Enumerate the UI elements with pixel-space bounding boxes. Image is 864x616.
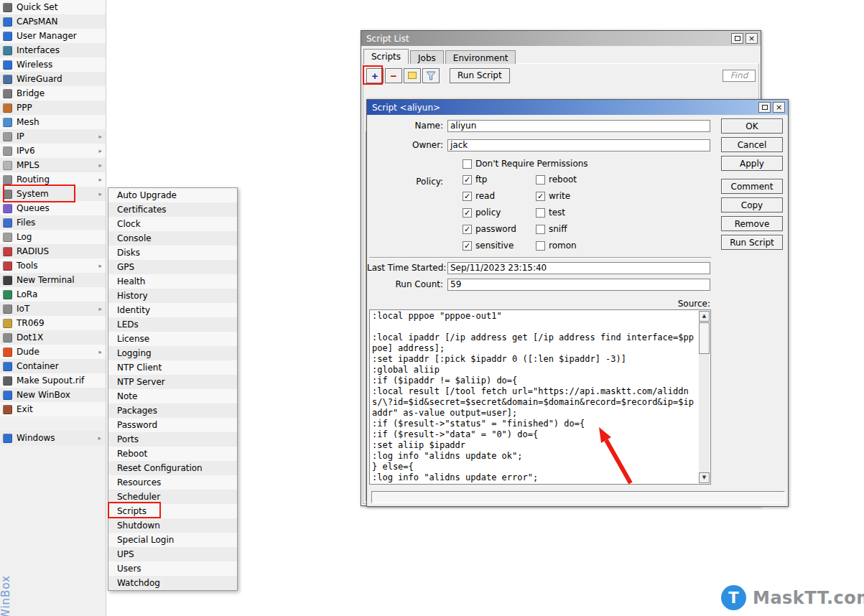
system-menu-item-leds[interactable]: LEDs xyxy=(108,317,237,332)
policy-checkbox-password[interactable]: ✓ password xyxy=(463,225,536,234)
remove-button[interactable]: Remove xyxy=(721,216,783,231)
sidebar-item-system[interactable]: System ▸ xyxy=(0,187,106,201)
sidebar-item-user-manager[interactable]: User Manager xyxy=(0,29,106,43)
system-menu-item-reset-configuration[interactable]: Reset Configuration xyxy=(108,461,237,475)
system-menu-item-ntp-server[interactable]: NTP Server xyxy=(108,375,237,389)
sidebar-item-log[interactable]: Log xyxy=(0,230,106,244)
system-menu-item-special-login[interactable]: Special Login xyxy=(108,533,237,547)
scroll-down-button[interactable]: ▼ xyxy=(699,472,710,483)
policy-checkbox-romon[interactable]: romon xyxy=(536,241,609,251)
tab-jobs[interactable]: Jobs xyxy=(410,50,444,64)
system-menu-item-note[interactable]: Note xyxy=(108,389,237,403)
sidebar-item-make-supout-rif[interactable]: Make Supout.rif xyxy=(0,373,106,388)
system-menu-item-gps[interactable]: GPS xyxy=(108,260,237,274)
maximize-button[interactable] xyxy=(731,33,743,44)
close-button[interactable]: × xyxy=(773,102,785,113)
source-editor[interactable]: :local pppoe "pppoe-out1" :local ipaddr … xyxy=(369,309,711,485)
sidebar-item-ppp[interactable]: PPP xyxy=(0,101,106,115)
name-input[interactable]: aliyun xyxy=(447,120,710,132)
policy-checkbox-write[interactable]: ✓ write xyxy=(536,192,609,201)
sidebar-item-routing[interactable]: Routing ▸ xyxy=(0,172,106,187)
sidebar-item-tr069[interactable]: TR069 xyxy=(0,316,106,330)
system-menu-item-reboot[interactable]: Reboot xyxy=(108,447,237,461)
run-script-button[interactable]: Run Script xyxy=(721,235,783,250)
sidebar-item-interfaces[interactable]: Interfaces xyxy=(0,43,106,57)
owner-input[interactable]: jack xyxy=(447,139,710,151)
system-menu-item-ups[interactable]: UPS xyxy=(108,547,237,561)
system-menu-item-license[interactable]: License xyxy=(108,332,237,346)
system-menu-item-identity[interactable]: Identity xyxy=(108,303,237,317)
sidebar-item-new-terminal[interactable]: New Terminal xyxy=(0,273,106,287)
comment-toolbar-button[interactable] xyxy=(404,68,421,83)
system-menu-item-ports[interactable]: Ports xyxy=(108,432,237,447)
system-menu-item-console[interactable]: Console xyxy=(108,231,237,246)
system-menu-item-certificates[interactable]: Certificates xyxy=(108,202,237,217)
system-menu-item-password[interactable]: Password xyxy=(108,418,237,432)
sidebar-item-dot1x[interactable]: Dot1X xyxy=(0,330,106,345)
cancel-button[interactable]: Cancel xyxy=(721,137,783,152)
sidebar-item-capsman[interactable]: CAPsMAN xyxy=(0,14,106,29)
close-button[interactable]: × xyxy=(745,33,758,44)
tab-scripts[interactable]: Scripts xyxy=(363,49,409,64)
system-menu-item-watchdog[interactable]: Watchdog xyxy=(108,576,237,590)
system-menu-item-auto-upgrade[interactable]: Auto Upgrade xyxy=(108,188,237,202)
policy-checkbox-test[interactable]: test xyxy=(536,208,609,218)
run-script-toolbar-button[interactable]: Run Script xyxy=(450,68,510,83)
copy-button[interactable]: Copy xyxy=(721,197,783,213)
script-dialog-titlebar[interactable]: Script <aliyun> × xyxy=(367,100,788,115)
sidebar-item-files[interactable]: Files xyxy=(0,215,106,230)
run-count-field[interactable]: 59 xyxy=(447,279,710,291)
sidebar-item-exit[interactable]: Exit xyxy=(0,402,106,416)
system-menu-item-health[interactable]: Health xyxy=(108,274,237,289)
sidebar-item-queues[interactable]: Queues xyxy=(0,201,106,215)
apply-button[interactable]: Apply xyxy=(721,156,783,171)
ok-button[interactable]: OK xyxy=(721,118,783,134)
sidebar-item-windows[interactable]: Windows ▸ xyxy=(0,431,105,445)
policy-checkbox-sensitive[interactable]: ✓ sensitive xyxy=(463,241,536,251)
system-menu-item-scheduler[interactable]: Scheduler xyxy=(108,490,237,504)
system-menu-item-ntp-client[interactable]: NTP Client xyxy=(108,360,237,375)
sidebar-item-ip[interactable]: IP ▸ xyxy=(0,129,106,144)
sidebar-item-lora[interactable]: LoRa xyxy=(0,287,106,302)
sidebar-item-quick-set[interactable]: Quick Set xyxy=(0,0,106,14)
sidebar-item-iot[interactable]: IoT ▸ xyxy=(0,302,106,316)
system-menu-item-packages[interactable]: Packages xyxy=(108,403,237,418)
filter-button[interactable] xyxy=(422,68,440,83)
sidebar-item-new-winbox[interactable]: New WinBox xyxy=(0,388,106,402)
system-menu-item-disks[interactable]: Disks xyxy=(108,246,237,260)
tab-environment[interactable]: Environment xyxy=(445,50,516,64)
system-menu-item-shutdown[interactable]: Shutdown xyxy=(108,518,237,533)
dont-require-permissions-checkbox[interactable]: Don't Require Permissions xyxy=(463,159,588,169)
policy-checkbox-sniff[interactable]: sniff xyxy=(536,225,609,234)
add-button[interactable]: + xyxy=(366,68,384,83)
sidebar-item-radius[interactable]: RADIUS xyxy=(0,244,106,258)
sidebar-item-wireless[interactable]: Wireless xyxy=(0,57,106,72)
source-scrollbar[interactable]: ▲ ▼ xyxy=(699,311,710,483)
remove-button[interactable]: − xyxy=(385,68,402,83)
sidebar-item-bridge[interactable]: Bridge xyxy=(0,86,106,101)
sidebar-item-mpls[interactable]: MPLS ▸ xyxy=(0,158,106,172)
policy-checkbox-ftp[interactable]: ✓ ftp xyxy=(463,175,536,185)
system-menu-item-history[interactable]: History xyxy=(108,289,237,303)
system-menu-item-resources[interactable]: Resources xyxy=(108,475,237,490)
sidebar-item-dude[interactable]: Dude ▸ xyxy=(0,345,106,359)
last-time-started-field[interactable]: Sep/11/2023 23:15:40 xyxy=(447,262,710,274)
sidebar-item-container[interactable]: Container xyxy=(0,359,106,373)
system-menu-item-scripts[interactable]: Scripts xyxy=(108,504,237,518)
system-menu-item-users[interactable]: Users xyxy=(108,561,237,576)
scroll-up-button[interactable]: ▲ xyxy=(699,311,710,322)
script-list-titlebar[interactable]: Script List × xyxy=(361,31,761,46)
sidebar-item-mesh[interactable]: Mesh xyxy=(0,115,106,129)
policy-checkbox-policy[interactable]: ✓ policy xyxy=(463,208,536,218)
system-menu-item-clock[interactable]: Clock xyxy=(108,217,237,231)
system-menu-item-logging[interactable]: Logging xyxy=(108,346,237,360)
sidebar-item-ipv6[interactable]: IPv6 ▸ xyxy=(0,144,106,158)
policy-checkbox-read[interactable]: ✓ read xyxy=(463,192,536,201)
scroll-thumb[interactable] xyxy=(699,322,710,354)
comment-button[interactable]: Comment xyxy=(721,179,783,194)
maximize-button[interactable] xyxy=(758,102,771,113)
find-input[interactable]: Find xyxy=(723,70,756,82)
policy-checkbox-reboot[interactable]: reboot xyxy=(536,175,609,185)
sidebar-item-tools[interactable]: Tools ▸ xyxy=(0,258,106,273)
sidebar-item-wireguard[interactable]: WireGuard xyxy=(0,72,106,86)
